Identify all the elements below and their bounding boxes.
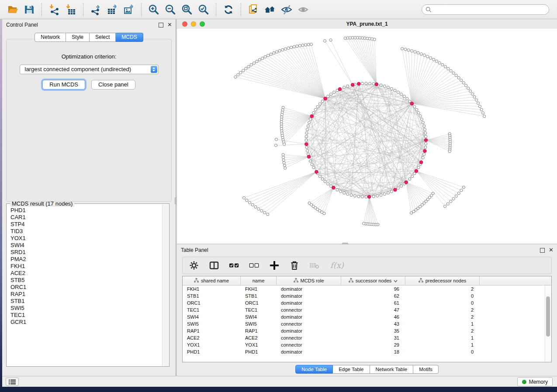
tab-mcds[interactable]: MCDS — [116, 33, 143, 42]
task-history-button[interactable] — [6, 378, 19, 386]
zoom-in-icon[interactable] — [147, 3, 161, 17]
import-table-icon[interactable] — [64, 3, 78, 17]
table-row[interactable]: SWI4SWI4dominator462 — [183, 313, 551, 320]
mcds-result-item[interactable]: GCR1 — [10, 319, 165, 326]
table-row[interactable]: STB1STB1dominator620 — [183, 292, 551, 299]
mcds-result-item[interactable]: PHD1 — [10, 207, 165, 214]
add-column-icon[interactable] — [269, 260, 280, 271]
table-row[interactable]: YOX1YOX1connector291 — [183, 341, 551, 348]
split-panel-icon[interactable] — [209, 260, 219, 271]
close-panel-icon[interactable]: ✕ — [167, 22, 172, 28]
network-graph[interactable] — [177, 29, 557, 244]
table-toolbar: f(x) — [182, 257, 552, 274]
delete-table-icon-disabled — [309, 260, 320, 271]
mcds-result-item[interactable]: TEC1 — [10, 312, 165, 319]
list-icon — [9, 379, 16, 385]
table-row[interactable]: TEC1TEC1connector472 — [183, 306, 551, 313]
refresh-view-icon[interactable] — [221, 3, 235, 17]
mcds-result-item[interactable]: SRD1 — [10, 249, 165, 256]
export-network-icon[interactable] — [89, 3, 103, 17]
float-panel-icon[interactable] — [159, 23, 163, 28]
mcds-result-item[interactable]: SWI5 — [10, 305, 165, 312]
select-all-columns-icon[interactable] — [229, 260, 239, 271]
table-settings-gear-icon[interactable] — [189, 260, 199, 271]
new-network-from-selection-icon[interactable] — [246, 3, 260, 17]
select-stepper-icon — [151, 66, 157, 73]
minimize-window-icon[interactable] — [191, 21, 196, 27]
table-scrollbar-thumb[interactable] — [546, 296, 550, 337]
table-row[interactable]: ACE2ACE2connector311 — [183, 334, 551, 341]
mcds-result-item[interactable]: FKH1 — [10, 263, 165, 270]
optimization-criterion-select[interactable]: largest connected component (undirected) — [20, 65, 159, 74]
shared-column-icon — [194, 278, 199, 283]
memory-button[interactable]: Memory — [517, 377, 553, 386]
mcds-result-item[interactable]: STP4 — [10, 221, 165, 228]
delete-columns-trash-icon[interactable] — [289, 260, 300, 271]
close-panel-button[interactable]: Close panel — [91, 80, 135, 89]
table-tab-edge-table[interactable]: Edge Table — [333, 365, 370, 374]
control-panel-tabs: NetworkStyleSelectMCDS — [2, 33, 176, 42]
zoom-fit-icon[interactable] — [180, 3, 194, 17]
show-all-eye-icon[interactable] — [296, 3, 310, 17]
table-row[interactable]: RAP1RAP1dominator352 — [183, 327, 551, 334]
mcds-result-item[interactable]: SWI4 — [10, 242, 165, 249]
mcds-result-item[interactable]: STB1 — [10, 298, 165, 305]
tab-select[interactable]: Select — [90, 33, 116, 42]
memory-status-icon — [522, 380, 526, 384]
deselect-all-columns-icon[interactable] — [249, 260, 259, 271]
network-window-title: YPA_prune.txt_1 — [346, 21, 387, 27]
close-window-icon[interactable] — [182, 21, 187, 27]
search-input[interactable] — [422, 4, 549, 15]
export-image-icon[interactable] — [122, 3, 136, 17]
zoom-out-icon[interactable] — [163, 3, 177, 17]
sort-desc-icon — [394, 278, 398, 283]
zoom-selected-icon[interactable] — [197, 3, 211, 17]
column-header-name[interactable]: name — [241, 276, 277, 285]
network-window-titlebar: YPA_prune.txt_1 — [177, 19, 557, 29]
open-session-icon[interactable] — [6, 3, 20, 17]
run-mcds-button[interactable]: Run MCDS — [42, 80, 85, 89]
table-tab-network-table[interactable]: Network Table — [370, 365, 414, 374]
mcds-result-item[interactable]: TID3 — [10, 228, 165, 235]
table-row[interactable]: FKH1FKH1dominator962 — [183, 285, 551, 292]
hide-selection-eye-slash-icon[interactable] — [280, 3, 294, 17]
mcds-result-item[interactable]: ACE2 — [10, 270, 165, 277]
table-row[interactable]: ORC1ORC1dominator610 — [183, 299, 551, 306]
mcds-result-item[interactable]: PMA2 — [10, 256, 165, 263]
table-scrollbar[interactable] — [545, 285, 551, 362]
mcds-result-item[interactable]: CAR1 — [10, 214, 165, 221]
table-row[interactable]: SWI5SWI5connector431 — [183, 320, 551, 327]
first-neighbors-icon[interactable] — [263, 3, 277, 17]
tab-style[interactable]: Style — [66, 33, 90, 42]
table-row[interactable]: PHD1PHD1dominator180 — [183, 348, 551, 355]
search-icon — [426, 7, 432, 13]
optimization-criterion-label: Optimization criterion: — [7, 53, 171, 60]
network-canvas[interactable] — [177, 29, 557, 244]
column-header-predecessor-nodes[interactable]: predecessor nodes — [405, 276, 480, 285]
mcds-result-scrollbar[interactable] — [162, 204, 169, 366]
column-header-MCDS-role[interactable]: MCDS role — [277, 276, 341, 285]
column-header-successor-nodes[interactable]: successor nodes — [341, 276, 405, 285]
float-table-panel-icon[interactable] — [540, 248, 545, 253]
export-table-icon[interactable] — [105, 3, 119, 17]
node-table-header: shared namenameMCDS rolesuccessor nodesp… — [183, 276, 551, 285]
table-tab-motifs[interactable]: Motifs — [413, 365, 439, 374]
mcds-result-item[interactable]: RAP1 — [10, 291, 165, 298]
network-view-window: YPA_prune.txt_1 — [177, 19, 557, 244]
mcds-result-item[interactable]: YOX1 — [10, 235, 165, 242]
mcds-result-list: PHD1CAR1STP4TID3YOX1SWI4SRD1PMA2FKH1ACE2… — [7, 204, 169, 329]
import-network-icon[interactable] — [47, 3, 61, 17]
toolbar-separator — [83, 3, 83, 16]
close-table-panel-icon[interactable]: ✕ — [549, 248, 554, 253]
node-table[interactable]: shared namenameMCDS rolesuccessor nodesp… — [182, 276, 552, 362]
table-tab-node-table[interactable]: Node Table — [295, 365, 333, 374]
mcds-result-item[interactable]: STB5 — [10, 277, 165, 284]
table-panel: Table Panel ✕ f(x) shared — [177, 244, 557, 376]
control-panel-header: Control Panel ✕ — [2, 19, 176, 31]
tab-network[interactable]: Network — [35, 33, 66, 42]
mcds-result-item[interactable]: ORC1 — [10, 284, 165, 291]
save-session-icon[interactable] — [22, 3, 36, 17]
column-header-shared-name[interactable]: shared name — [183, 276, 241, 285]
maximize-window-icon[interactable] — [200, 21, 205, 27]
function-builder-icon-disabled: f(x) — [329, 260, 347, 271]
